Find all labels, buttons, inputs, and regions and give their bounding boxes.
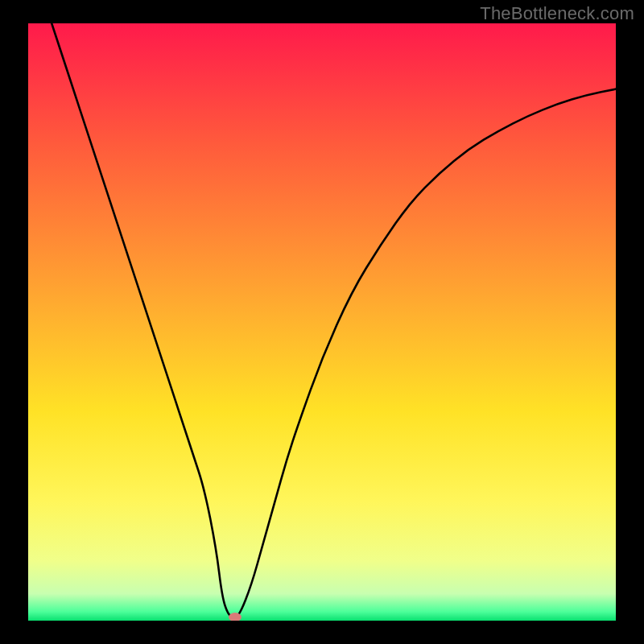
- chart-frame: TheBottleneck.com: [0, 0, 644, 644]
- gradient-background: [28, 23, 616, 621]
- plot-area: [28, 23, 616, 621]
- watermark-text: TheBottleneck.com: [480, 3, 634, 24]
- chart-svg: [28, 23, 616, 621]
